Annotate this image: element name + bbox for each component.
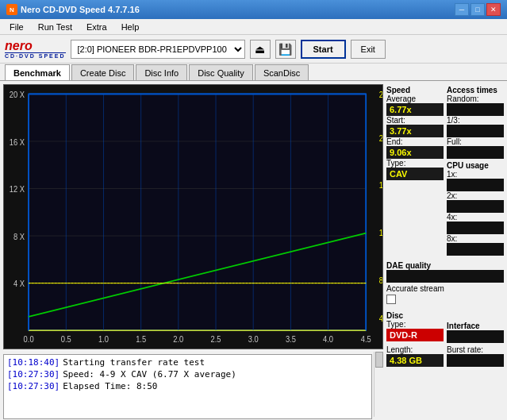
one-third-label: 1/3: — [447, 116, 504, 125]
log-message-1: Starting transfer rate test — [63, 356, 205, 368]
log-timestamp-2: [10:27:30] — [7, 368, 60, 380]
log-scrollbar[interactable] — [374, 352, 383, 417]
minimize-button[interactable]: ─ — [455, 3, 469, 16]
cpu-4x-label: 4x: — [447, 213, 504, 222]
window-title: Nero CD-DVD Speed 4.7.7.16 — [21, 5, 140, 14]
log-area: [10:18:40] Starting transfer rate test [… — [3, 354, 372, 419]
cpu-2x-value — [447, 200, 504, 213]
log-message-2: Speed: 4-9 X CAV (6.77 X average) — [63, 368, 236, 380]
start-button[interactable]: Start — [301, 40, 346, 59]
exit-button[interactable]: Exit — [351, 40, 386, 59]
title-bar-left: N Nero CD-DVD Speed 4.7.7.16 — [6, 4, 140, 15]
tab-create-disc[interactable]: Create Disc — [71, 64, 134, 80]
end-value: 9.06x — [386, 146, 444, 159]
eject-button[interactable]: ⏏ — [250, 40, 271, 59]
interface-title: Interface — [447, 322, 504, 330]
speed-title: Speed — [386, 86, 444, 94]
average-value: 6.77x — [386, 103, 444, 116]
log-row: [10:27:30] Elapsed Time: 8:50 — [7, 380, 368, 392]
disc-length-row: Length: 4.38 GB Burst rate: — [386, 345, 504, 367]
drive-selector[interactable]: [2:0] PIONEER BDR-PR1EPDVPP100 1.10 — [71, 40, 245, 59]
accurate-stream-checkbox[interactable] — [386, 295, 396, 304]
start-value: 3.77x — [386, 125, 444, 137]
menu-bar: File Run Test Extra Help — [0, 19, 507, 35]
svg-text:0.5: 0.5 — [61, 335, 71, 345]
disc-type-row: Type: DVD-R Interface — [386, 320, 504, 343]
main-content: 20 X 16 X 12 X 8 X 4 X 24 20 16 12 8 4 0… — [0, 81, 507, 420]
app-icon: N — [6, 4, 17, 15]
svg-text:8: 8 — [379, 276, 382, 285]
access-times-section: Access times Random: 1/3: Full: CPU usag… — [447, 84, 504, 256]
title-bar-buttons: ─ □ ✕ — [455, 3, 501, 16]
cpu-8x-label: 8x: — [447, 234, 504, 243]
svg-text:12: 12 — [379, 229, 382, 238]
menu-extra[interactable]: Extra — [80, 21, 113, 33]
dae-section: DAE quality Accurate stream — [386, 260, 504, 304]
toolbar: nero CD·DVD SPEED [2:0] PIONEER BDR-PR1E… — [0, 35, 507, 64]
tab-disc-info[interactable]: Disc Info — [136, 64, 187, 80]
access-title: Access times — [447, 86, 504, 94]
end-label: End: — [386, 137, 444, 146]
interface-col: Interface — [447, 320, 504, 343]
svg-text:4.5: 4.5 — [361, 335, 371, 345]
svg-text:1.5: 1.5 — [136, 335, 146, 345]
disc-length-value: 4.38 GB — [386, 354, 444, 367]
close-button[interactable]: ✕ — [486, 3, 501, 16]
chart-panel: 20 X 16 X 12 X 8 X 4 X 24 20 16 12 8 4 0… — [0, 81, 386, 420]
svg-text:4.0: 4.0 — [323, 335, 333, 345]
tab-disc-quality[interactable]: Disc Quality — [189, 64, 253, 80]
disc-title: Disc — [386, 311, 504, 320]
one-third-value — [447, 125, 504, 137]
average-label: Average — [386, 94, 444, 103]
svg-text:24: 24 — [379, 91, 382, 100]
svg-text:16 X: 16 X — [10, 137, 25, 147]
svg-text:4 X: 4 X — [13, 279, 25, 289]
burst-rate-label: Burst rate: — [447, 345, 504, 354]
dae-title: DAE quality — [386, 261, 504, 270]
accurate-stream-label: Accurate stream — [386, 284, 444, 293]
svg-text:20 X: 20 X — [10, 91, 25, 100]
log-timestamp-1: [10:18:40] — [7, 356, 60, 368]
menu-run-test[interactable]: Run Test — [32, 21, 79, 33]
cpu-8x-value — [447, 243, 504, 256]
svg-text:8 X: 8 X — [13, 232, 25, 241]
nero-logo-top: nero — [5, 40, 66, 52]
save-button[interactable]: 💾 — [275, 40, 296, 59]
svg-text:2.0: 2.0 — [173, 335, 183, 345]
menu-file[interactable]: File — [3, 21, 30, 33]
full-label: Full: — [447, 137, 504, 146]
svg-text:4: 4 — [379, 314, 382, 323]
speed-section: Speed Average 6.77x Start: 3.77x End: 9.… — [386, 84, 444, 256]
full-value — [447, 146, 504, 159]
cpu-1x-value — [447, 179, 504, 191]
title-bar: N Nero CD-DVD Speed 4.7.7.16 ─ □ ✕ — [0, 0, 507, 19]
svg-text:3.5: 3.5 — [286, 335, 296, 345]
random-value — [447, 103, 504, 116]
cpu-1x-label: 1x: — [447, 170, 504, 179]
svg-text:16: 16 — [379, 181, 382, 191]
disc-section: Disc Type: DVD-R Interface Length: 4.38 … — [386, 310, 504, 367]
tab-scan-disc[interactable]: ScanDisc — [255, 64, 309, 80]
menu-help[interactable]: Help — [115, 21, 146, 33]
svg-rect-1 — [29, 94, 366, 330]
tab-benchmark[interactable]: Benchmark — [5, 64, 70, 80]
log-row: [10:27:30] Speed: 4-9 X CAV (6.77 X aver… — [7, 368, 368, 380]
random-label: Random: — [447, 94, 504, 103]
svg-text:12 X: 12 X — [10, 185, 25, 195]
maximize-button[interactable]: □ — [471, 3, 485, 16]
accurate-stream-row: Accurate stream — [386, 284, 504, 293]
log-row: [10:18:40] Starting transfer rate test — [7, 356, 368, 368]
disc-length-col: Length: 4.38 GB — [386, 345, 444, 367]
type-label: Type: — [386, 159, 444, 168]
nero-logo-bottom: CD·DVD SPEED — [5, 52, 66, 59]
disc-type-value: DVD-R — [386, 329, 444, 341]
speed-access-row: Speed Average 6.77x Start: 3.77x End: 9.… — [386, 84, 504, 256]
burst-rate-col: Burst rate: — [447, 345, 504, 367]
svg-text:0.0: 0.0 — [24, 335, 34, 345]
chart-svg: 20 X 16 X 12 X 8 X 4 X 24 20 16 12 8 4 0… — [4, 85, 382, 349]
svg-text:1.0: 1.0 — [98, 335, 109, 345]
type-value: CAV — [386, 168, 444, 180]
right-panel: Speed Average 6.77x Start: 3.77x End: 9.… — [386, 81, 507, 420]
interface-value — [447, 330, 504, 343]
disc-length-label: Length: — [386, 345, 444, 354]
